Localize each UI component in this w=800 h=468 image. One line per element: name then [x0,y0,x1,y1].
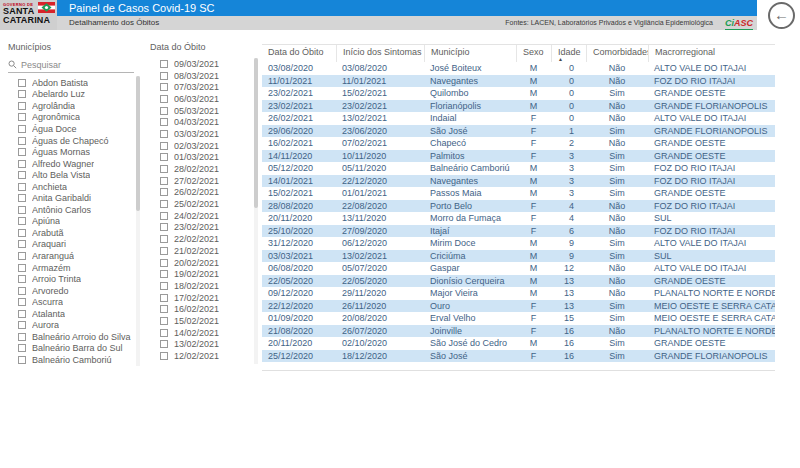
checkbox-icon[interactable] [18,229,26,237]
municipios-scrollbar-thumb[interactable] [136,76,140,211]
column-header-inicio-sintomas[interactable]: Início dos Sintomas [336,45,424,62]
table-row[interactable]: 03/03/2021 13/02/2021 Criciúma M 9 Sim S… [262,250,775,263]
municipio-list-item[interactable]: Apiúna [8,216,140,228]
checkbox-icon[interactable] [160,130,168,138]
checkbox-icon[interactable] [18,113,26,121]
checkbox-icon[interactable] [160,83,168,91]
checkbox-icon[interactable] [160,142,168,150]
checkbox-icon[interactable] [18,287,26,295]
table-row[interactable]: 28/08/2020 22/08/2020 Porto Belo F 4 Não… [262,200,775,213]
checkbox-icon[interactable] [18,125,26,133]
checkbox-icon[interactable] [160,188,168,196]
date-list-item[interactable]: 09/03/2021 [150,58,258,70]
date-list-item[interactable]: 21/02/2021 [150,245,258,257]
checkbox-icon[interactable] [160,247,168,255]
date-list-item[interactable]: 22/02/2021 [150,233,258,245]
checkbox-icon[interactable] [18,102,26,110]
checkbox-icon[interactable] [160,95,168,103]
date-list-item[interactable]: 18/02/2021 [150,280,258,292]
table-row[interactable]: 21/08/2020 26/07/2020 Joinville F 16 Não… [262,325,775,338]
checkbox-icon[interactable] [160,212,168,220]
checkbox-icon[interactable] [160,317,168,325]
checkbox-icon[interactable] [18,171,26,179]
date-list-item[interactable]: 05/03/2021 [150,105,258,117]
checkbox-icon[interactable] [160,223,168,231]
table-row[interactable]: 29/06/2020 23/06/2020 São José F 1 Sim G… [262,125,775,138]
date-list-item[interactable]: 24/02/2021 [150,210,258,222]
municipio-list-item[interactable]: Agrolândia [8,100,140,112]
municipio-list-item[interactable]: Arvoredo [8,285,140,297]
municipio-list-item[interactable]: Antônio Carlos [8,204,140,216]
data-obito-scrollbar[interactable] [254,58,258,364]
municipio-list-item[interactable]: Araranguá [8,250,140,262]
checkbox-icon[interactable] [18,137,26,145]
checkbox-icon[interactable] [160,107,168,115]
date-list-item[interactable]: 26/02/2021 [150,187,258,199]
checkbox-icon[interactable] [160,305,168,313]
date-list-item[interactable]: 23/02/2021 [150,222,258,234]
date-list-item[interactable]: 15/02/2021 [150,315,258,327]
checkbox-icon[interactable] [18,356,26,364]
column-header-data-obito[interactable]: Data do Óbito [262,45,336,62]
municipio-list-item[interactable]: Aurora [8,319,140,331]
municipio-list-item[interactable]: Abdon Batista [8,77,140,89]
municipio-list-item[interactable]: Abelardo Luz [8,89,140,101]
checkbox-icon[interactable] [160,177,168,185]
checkbox-icon[interactable] [18,344,26,352]
date-list-item[interactable]: 03/03/2021 [150,128,258,140]
table-row[interactable]: 01/09/2020 20/08/2020 Erval Velho F 15 S… [262,312,775,325]
table-row[interactable]: 06/08/2020 05/07/2020 Gaspar M 12 Não AL… [262,262,775,275]
table-row[interactable]: 11/01/2021 11/01/2021 Navegantes M 0 Não… [262,75,775,88]
table-row[interactable]: 03/08/2020 03/08/2020 José Boiteux M 0 N… [262,62,775,75]
municipio-list-item[interactable]: Arroio Trinta [8,273,140,285]
column-header-sexo[interactable]: Sexo [516,45,551,62]
checkbox-icon[interactable] [18,252,26,260]
date-list-item[interactable]: 27/02/2021 [150,175,258,187]
date-list-item[interactable]: 25/02/2021 [150,198,258,210]
checkbox-icon[interactable] [18,148,26,156]
table-row[interactable]: 22/05/2020 22/05/2020 Dionísio Cerqueira… [262,275,775,288]
checkbox-icon[interactable] [18,183,26,191]
checkbox-icon[interactable] [160,60,168,68]
table-row[interactable]: 05/12/2020 05/11/2020 Balneário Camboriú… [262,162,775,175]
column-header-idade[interactable]: Idade ▲ [551,45,586,62]
date-list-item[interactable]: 01/03/2021 [150,152,258,164]
table-row[interactable]: 20/11/2020 02/10/2020 São José do Cedro … [262,337,775,350]
column-header-municipio[interactable]: Município [424,45,516,62]
table-row[interactable]: 22/12/2020 26/11/2020 Ouro F 13 Sim MEIO… [262,300,775,313]
date-list-item[interactable]: 17/02/2021 [150,292,258,304]
table-row[interactable]: 31/12/2020 06/12/2020 Mirim Doce M 9 Sim… [262,237,775,250]
table-row[interactable]: 25/10/2020 27/09/2020 Itajaí F 6 Não FOZ… [262,225,775,238]
date-list-item[interactable]: 16/02/2021 [150,303,258,315]
checkbox-icon[interactable] [160,282,168,290]
date-list-item[interactable]: 07/03/2021 [150,81,258,93]
table-row[interactable]: 14/11/2020 10/11/2020 Palmitos F 3 Sim G… [262,150,775,163]
municipio-list-item[interactable]: Agronômica [8,112,140,124]
checkbox-icon[interactable] [160,329,168,337]
date-list-item[interactable]: 12/02/2021 [150,350,258,362]
municipio-list-item[interactable]: Balneário Barra do Sul [8,343,140,355]
checkbox-icon[interactable] [18,160,26,168]
table-row[interactable]: 25/12/2020 18/12/2020 São José F 16 Sim … [262,350,775,363]
checkbox-icon[interactable] [160,235,168,243]
checkbox-icon[interactable] [18,298,26,306]
table-row[interactable]: 20/11/2020 13/11/2020 Morro da Fumaça F … [262,212,775,225]
checkbox-icon[interactable] [18,310,26,318]
municipio-list-item[interactable]: Ascurra [8,296,140,308]
checkbox-icon[interactable] [160,259,168,267]
municipio-list-item[interactable]: Anita Garibaldi [8,192,140,204]
checkbox-icon[interactable] [160,118,168,126]
municipio-list-item[interactable]: Arabutã [8,227,140,239]
checkbox-icon[interactable] [160,294,168,302]
date-list-item[interactable]: 06/03/2021 [150,93,258,105]
municipio-list-item[interactable]: Atalanta [8,308,140,320]
date-list-item[interactable]: 13/02/2021 [150,339,258,351]
checkbox-icon[interactable] [160,270,168,278]
municipio-list-item[interactable]: Araquari [8,239,140,251]
date-list-item[interactable]: 04/03/2021 [150,116,258,128]
date-list-item[interactable]: 08/03/2021 [150,70,258,82]
date-list-item[interactable]: 28/02/2021 [150,163,258,175]
checkbox-icon[interactable] [18,206,26,214]
checkbox-icon[interactable] [18,79,26,87]
checkbox-icon[interactable] [18,240,26,248]
